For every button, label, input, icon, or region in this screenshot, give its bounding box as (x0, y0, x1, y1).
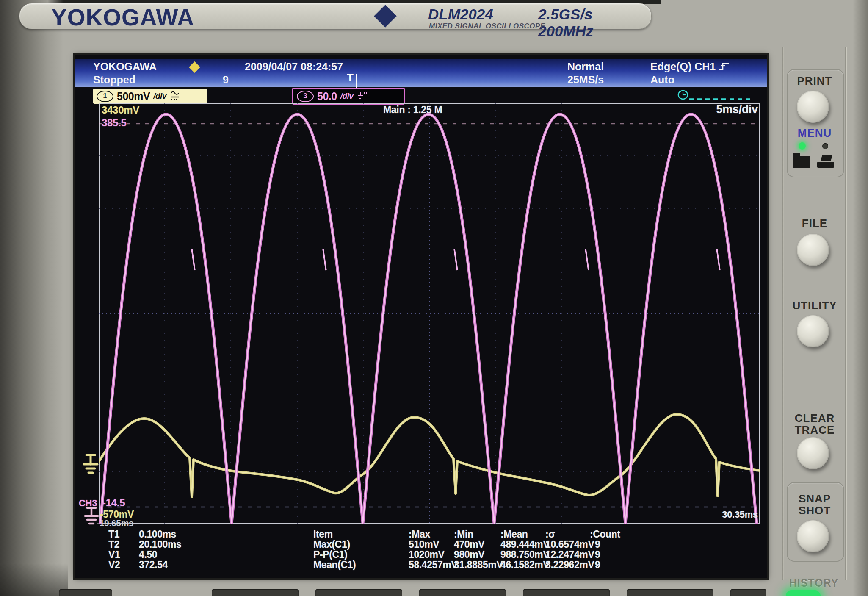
clear-trace-button[interactable] (797, 437, 829, 469)
rising-edge-icon (718, 61, 730, 72)
ch3-scale: 50.0 (317, 90, 337, 103)
ch3-scale-badge: 3 50.0 /div (292, 88, 405, 105)
history-button[interactable] (786, 590, 821, 596)
status-bar-brand: YOKOGAWA (93, 61, 157, 73)
measure-min-header: :Min (454, 529, 473, 540)
menu-led-on-icon (799, 142, 806, 150)
print-button[interactable] (797, 91, 829, 123)
trigger-position-marker: T (347, 72, 354, 83)
cursor-t1-label: T1 (108, 529, 119, 540)
measure-row: T2 20.100ms Max(C1) 510mV 470mV 489.444m… (75, 539, 767, 549)
folder-icon (793, 156, 810, 168)
measure-sigma: 12.2474mV (545, 549, 594, 560)
soft-key[interactable] (627, 589, 713, 596)
measure-count: 9 (595, 539, 600, 550)
soft-key[interactable] (730, 589, 766, 596)
ch1-scale: 500mV (117, 90, 150, 103)
ch3-glitch-marks (192, 249, 720, 270)
ch1-per-div: /div (153, 91, 166, 101)
measure-header-row: T1 0.100ms Item :Max :Min :Mean :σ :Coun… (75, 529, 767, 539)
measure-mean-header: :Mean (500, 529, 528, 540)
measure-item-header: Item (313, 529, 333, 540)
main-record-length: Main : 1.25 M (383, 105, 442, 115)
cursor-v2-label: V2 (108, 559, 120, 571)
measure-count: 9 (595, 549, 600, 560)
menu-led-off-icon (822, 143, 828, 149)
measure-count-header: :Count (590, 529, 620, 540)
acquisition-status: Stopped (93, 74, 135, 86)
measure-mean: 988.750mV (500, 549, 549, 560)
trigger-source: Edge(Q) CH1 (650, 61, 716, 73)
ch3-per-div: /div (340, 91, 354, 101)
measure-sigma: 10.6574mV (545, 539, 594, 550)
measure-row: V1 4.50 P-P(C1) 1020mV 980mV 988.750mV 1… (75, 549, 767, 559)
history-label: HISTORY (784, 577, 843, 589)
soft-key[interactable] (212, 589, 299, 596)
oscilloscope-front-panel: YOKOGAWA DLM2024 2.5GS/s 200MHz MIXED SI… (0, 0, 868, 596)
snapshot-button[interactable] (797, 520, 829, 552)
panel-groove-right (845, 47, 847, 580)
measure-sigma-header: :σ (545, 529, 555, 540)
measure-min: 980mV (454, 549, 484, 560)
file-button[interactable] (797, 234, 829, 266)
brand-diamond-icon (374, 5, 397, 28)
measure-max: 510mV (409, 539, 439, 550)
timebase-readout: 5ms/div (685, 103, 758, 115)
datetime: 2009/04/07 08:24:57 (245, 61, 343, 73)
measure-max-header: :Max (409, 529, 430, 540)
snapshot-label-line1: SNAP (785, 492, 844, 505)
measure-row: V2 372.54 Mean(C1) 58.4257mV 31.8885mV 4… (75, 559, 767, 569)
utility-button-label: UTILITY (785, 299, 844, 312)
cursor-t2-label: T2 (108, 539, 119, 550)
bezel-left-edge (0, 0, 64, 596)
menu-label: MENU (785, 127, 844, 140)
trigger-position-line (356, 74, 357, 88)
clear-trace-label-line1: CLEAR (785, 412, 844, 425)
ch1-scale-badge: 1 500mV /div (93, 89, 207, 104)
cursor-v2-value: 372.54 (139, 559, 168, 571)
model-type-label: MIXED SIGNAL OSCILLOSCOPE (429, 22, 545, 30)
cursor-v1-value: 4.50 (139, 549, 157, 560)
ch3-number-icon: 3 (297, 91, 314, 102)
measure-mean: 46.1582mV (500, 559, 549, 571)
panel-groove-left (782, 47, 784, 580)
bezel-right-edge (853, 0, 868, 596)
measure-item: Mean(C1) (313, 559, 356, 571)
time-right-readout: 30.35ms (690, 510, 758, 519)
soft-key[interactable] (315, 589, 402, 596)
ch3-position-readout: -14.5 (102, 497, 125, 508)
trigger-mode: Normal (567, 61, 604, 73)
ch3-coupling-icon (357, 91, 368, 102)
ch1-cursor-readout: 3430mV (102, 105, 139, 115)
measure-mean: 489.444mV (500, 539, 549, 550)
clear-trace-label-line2: TRACE (785, 424, 844, 437)
printer-icon (817, 155, 834, 169)
measure-min: 470mV (454, 539, 484, 550)
sample-rate: 25MS/s (567, 74, 604, 86)
brand-logo: YOKOGAWA (51, 4, 194, 31)
file-button-label: FILE (785, 217, 844, 230)
print-button-label: PRINT (785, 75, 844, 88)
measure-sigma: 8.22962mV (545, 559, 594, 571)
waveform-graticule (99, 103, 760, 524)
measure-item: P-P(C1) (313, 549, 347, 560)
model-specs: 2.5GS/s 200MHz (538, 6, 651, 40)
status-bar-diamond-icon (189, 61, 200, 73)
measure-max: 58.4257mV (409, 559, 457, 571)
ch1-coupling-icon (170, 90, 180, 103)
ch1-ground-marker-icon[interactable] (80, 452, 102, 479)
status-bar: YOKOGAWA 2009/04/07 08:24:57 Stopped 9 N… (75, 59, 767, 87)
trigger-sweep: Auto (650, 74, 674, 86)
soft-key[interactable] (523, 589, 610, 596)
utility-button[interactable] (797, 315, 829, 347)
table-separator-line (79, 527, 752, 527)
soft-key[interactable] (419, 589, 506, 596)
soft-key[interactable] (59, 589, 112, 596)
measure-count: 9 (595, 559, 600, 571)
cursor-t1-value: 0.100ms (139, 529, 176, 540)
cursor-v1-label: V1 (108, 549, 120, 560)
logo-plate: YOKOGAWA DLM2024 2.5GS/s 200MHz MIXED SI… (19, 3, 652, 29)
clock-indicator-icon (677, 89, 754, 102)
bezel-bottom-left-shadow (0, 563, 68, 596)
measure-min: 31.8885mV (454, 559, 503, 571)
